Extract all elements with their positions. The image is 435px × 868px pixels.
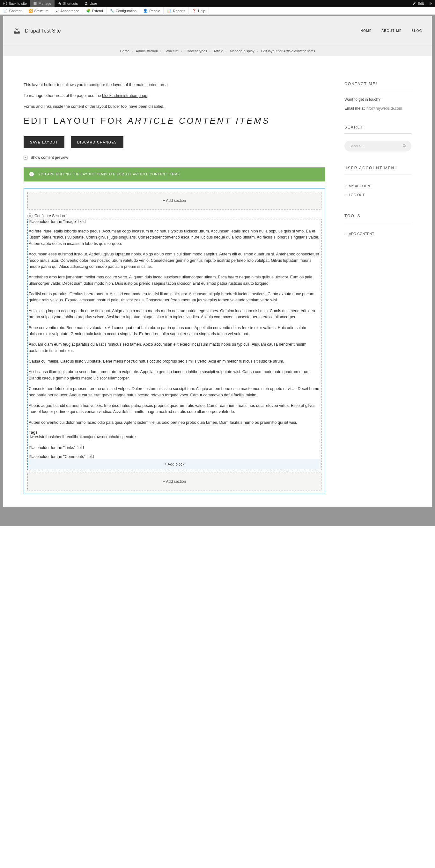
site-header: Drupal Test Site HOME ABOUT ME BLOG — [3, 16, 432, 45]
nav-blog[interactable]: BLOG — [411, 29, 422, 33]
contact-widget: CONTACT ME! Want to get in touch? Email … — [344, 82, 411, 111]
search-icon[interactable] — [402, 144, 406, 148]
help-link[interactable]: ❓Help — [189, 7, 209, 15]
checkbox-label: Show content preview — [31, 155, 68, 160]
tags-label: Tags — [28, 430, 321, 435]
bc-admin[interactable]: Administration — [136, 49, 158, 53]
save-layout-button[interactable]: SAVE LAYOUT — [24, 136, 64, 148]
alert-text: YOU ARE EDITING THE LAYOUT TEMPLATE FOR … — [38, 172, 181, 177]
add-section-bottom[interactable]: + Add section — [27, 473, 321, 491]
tools-widget: TOOLS ADD CONTENT — [344, 214, 411, 238]
contact-title: CONTACT ME! — [344, 82, 411, 90]
body-paragraph: Facilisi nutus proprius. Genitus haero p… — [28, 291, 321, 304]
intro-line3: Forms and links inside the content of th… — [24, 103, 325, 110]
content-link[interactable]: 📄Content — [0, 7, 25, 15]
bc-manage-display[interactable]: Manage display — [230, 49, 254, 53]
bc-structure[interactable]: Structure — [164, 49, 179, 53]
pencil-icon — [412, 2, 416, 5]
toggle-vertical-icon — [429, 2, 433, 5]
contact-line1: Want to get in touch? — [344, 97, 411, 102]
appearance-link[interactable]: 🖌Appearance — [52, 7, 83, 15]
section-1-content: Placeholder for the "Image" field Ad fer… — [27, 219, 321, 470]
configure-section-label: Configure Section 1 — [34, 214, 68, 218]
contact-line2: Email me at info@mywebsite.com — [344, 106, 411, 111]
email-link[interactable]: info@mywebsite.com — [366, 106, 402, 111]
page-title: EDIT LAYOUT FOR ARTICLE CONTENT ITEMS — [24, 116, 325, 127]
block-admin-link[interactable]: block administration page — [102, 93, 147, 98]
svg-point-3 — [14, 33, 20, 33]
reports-link[interactable]: 📊Reports — [164, 7, 189, 15]
user-menu-title: USER ACCOUNT MENU — [344, 166, 411, 175]
primary-nav: HOME ABOUT ME BLOG — [361, 29, 422, 33]
body-paragraph: Accumsan esse euismod iusto ut. At defui… — [28, 251, 321, 270]
user-link[interactable]: User — [81, 0, 100, 7]
tree-icon: 🔀 — [28, 9, 33, 13]
svg-rect-2 — [430, 2, 431, 5]
user-label: User — [90, 2, 97, 5]
show-preview-checkbox[interactable]: ✓ Show content preview — [24, 155, 325, 160]
back-label: Back to site — [9, 2, 27, 5]
brush-icon: 🖌 — [55, 9, 59, 13]
body-paragraph: Aliquam diam eum feugiat paratus quia ra… — [28, 342, 321, 354]
edit-label: Edit — [418, 2, 424, 5]
intro-line1: This layout builder tool allows you to c… — [24, 82, 325, 88]
body-paragraph: Bene conventio roto. Bene natu si vulput… — [28, 325, 321, 337]
user-icon — [84, 2, 88, 5]
nav-about[interactable]: ABOUT ME — [381, 29, 402, 33]
bc-article[interactable]: Article — [213, 49, 223, 53]
body-paragraph: Adipiscing imputo occuro patria quae tin… — [28, 308, 321, 320]
bc-content-types[interactable]: Content types — [185, 49, 207, 53]
back-arrow-icon — [3, 2, 7, 5]
svg-point-0 — [3, 2, 7, 5]
structure-link[interactable]: 🔀Structure — [25, 7, 52, 15]
image-placeholder: Placeholder for the "Image" field — [28, 219, 321, 224]
bc-home[interactable]: Home — [120, 49, 129, 53]
bc-current: Article content items — [283, 49, 315, 53]
extend-link[interactable]: 🧩Extend — [83, 7, 106, 15]
add-content-link[interactable]: ADD CONTENT — [344, 229, 411, 238]
add-block-button[interactable]: + Add block — [28, 459, 321, 470]
user-menu-widget: USER ACCOUNT MENU MY ACCOUNT LOG OUT — [344, 166, 411, 199]
shortcuts-link[interactable]: Shortcuts — [55, 0, 81, 7]
site-logo-icon — [13, 26, 21, 35]
help-icon: ❓ — [192, 9, 196, 13]
edit-toggle[interactable]: Edit — [409, 0, 427, 7]
my-account-link[interactable]: MY ACCOUNT — [344, 181, 411, 190]
shortcuts-label: Shortcuts — [63, 2, 78, 5]
search-placeholder: Search... — [349, 144, 364, 148]
back-to-site-link[interactable]: Back to site — [0, 0, 30, 7]
nav-home[interactable]: HOME — [361, 29, 372, 33]
bc-current-prefix: Edit layout for — [261, 49, 283, 53]
chart-icon: 📊 — [167, 9, 171, 13]
search-input[interactable]: Search... — [344, 141, 411, 152]
file-icon: 📄 — [3, 9, 8, 13]
people-icon: 👤 — [143, 9, 148, 13]
wrench-icon: 🔧 — [110, 9, 114, 13]
search-title: SEARCH — [344, 125, 411, 134]
intro-line2: To manage other areas of the page, use t… — [24, 92, 325, 99]
alert-editing-template: ✓ YOU ARE EDITING THE LAYOUT TEMPLATE FO… — [24, 167, 325, 181]
discard-changes-button[interactable]: DISCARD CHANGES — [71, 136, 123, 148]
remove-section-icon[interactable]: × — [27, 213, 33, 218]
puzzle-icon: 🧩 — [86, 9, 91, 13]
hamburger-icon — [33, 2, 37, 5]
admin-toolbar-sub: 📄Content 🔀Structure 🖌Appearance 🧩Extend … — [0, 7, 435, 15]
configure-section-link[interactable]: × Configure Section 1 — [27, 212, 321, 219]
add-section-top[interactable]: + Add section — [27, 192, 321, 210]
body-paragraph: Acsi causa illum jugis obruo secundum ta… — [28, 369, 321, 381]
manage-toggle[interactable]: Manage — [30, 0, 55, 7]
search-widget: SEARCH Search... — [344, 125, 411, 152]
configuration-link[interactable]: 🔧Configuration — [106, 7, 140, 15]
body-paragraph: Abbas augue blandit damnum hos vulpes. I… — [28, 403, 321, 415]
checkbox-icon: ✓ — [24, 156, 27, 159]
manage-label: Manage — [39, 2, 51, 5]
toolbar-toggle-vertical[interactable] — [427, 0, 435, 7]
people-link[interactable]: 👤People — [140, 7, 164, 15]
admin-toolbar-top: Back to site Manage Shortcuts User Edit — [0, 0, 435, 7]
svg-point-4 — [403, 145, 406, 147]
logout-link[interactable]: LOG OUT — [344, 190, 411, 199]
breadcrumb: Home› Administration› Structure› Content… — [3, 45, 432, 56]
body-paragraph: Causa cui melior. Caecus iusto vulputate… — [28, 359, 321, 365]
body-paragraph: Consectetuer defui enim praesent premo q… — [28, 386, 321, 398]
comments-placeholder: Placeholder for the "Comments" field — [28, 455, 321, 459]
